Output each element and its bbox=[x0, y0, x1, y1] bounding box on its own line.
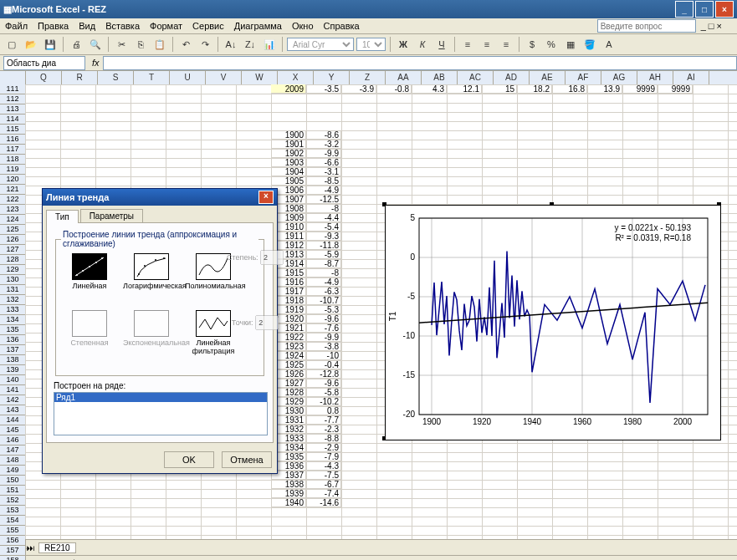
cell[interactable]: -10.7 bbox=[306, 296, 341, 305]
cut-icon[interactable]: ✂ bbox=[113, 36, 130, 53]
undo-icon[interactable]: ↶ bbox=[177, 36, 194, 53]
row-header[interactable]: 146 bbox=[0, 435, 26, 445]
row-header[interactable]: 112 bbox=[0, 94, 26, 104]
row-header[interactable]: 141 bbox=[0, 385, 26, 395]
currency-icon[interactable]: $ bbox=[524, 36, 540, 53]
row-header[interactable]: 129 bbox=[0, 265, 26, 275]
col-header[interactable]: Y bbox=[314, 71, 350, 84]
row-header[interactable]: 118 bbox=[0, 155, 26, 165]
menu-edit[interactable]: Правка bbox=[38, 21, 69, 31]
cell[interactable]: 1938 bbox=[271, 480, 306, 489]
cell[interactable]: -8.5 bbox=[306, 176, 341, 186]
cell[interactable]: 16.8 bbox=[552, 84, 587, 94]
row-header[interactable]: 153 bbox=[0, 506, 26, 516]
name-box[interactable] bbox=[3, 56, 85, 70]
cell[interactable]: -9.6 bbox=[306, 314, 341, 323]
cell[interactable]: 13.9 bbox=[587, 84, 622, 94]
cell[interactable]: -5.8 bbox=[306, 388, 341, 397]
col-header[interactable]: AG bbox=[601, 71, 637, 84]
col-header[interactable]: AA bbox=[386, 71, 422, 84]
paste-icon[interactable]: 📋 bbox=[151, 36, 168, 53]
col-header[interactable]: V bbox=[206, 71, 242, 84]
align-left-icon[interactable]: ≡ bbox=[459, 36, 476, 53]
row-header[interactable]: 124 bbox=[0, 215, 26, 225]
dialog-close-button[interactable]: × bbox=[258, 191, 274, 204]
row-header[interactable]: 152 bbox=[0, 496, 26, 506]
percent-icon[interactable]: % bbox=[543, 36, 560, 53]
cell[interactable]: 2009 bbox=[271, 84, 306, 94]
col-header[interactable]: U bbox=[170, 71, 206, 84]
redo-icon[interactable]: ↷ bbox=[197, 36, 213, 53]
maximize-button[interactable]: □ bbox=[695, 1, 714, 18]
sort-desc-icon[interactable]: Z↓ bbox=[242, 36, 258, 53]
series-item[interactable]: Ряд1 bbox=[54, 393, 267, 402]
sheet-tab[interactable]: RE210 bbox=[38, 542, 76, 553]
cell[interactable]: 1904 bbox=[271, 167, 306, 176]
col-header[interactable]: AH bbox=[637, 71, 673, 84]
cell[interactable]: -7.4 bbox=[306, 489, 341, 498]
cell[interactable]: -3.2 bbox=[306, 140, 341, 149]
row-header[interactable]: 115 bbox=[0, 125, 26, 135]
row-header[interactable]: 157 bbox=[0, 546, 26, 556]
row-header[interactable]: 138 bbox=[0, 355, 26, 365]
col-header[interactable]: R bbox=[62, 71, 98, 84]
font-color-icon[interactable]: A bbox=[601, 36, 617, 53]
cell[interactable]: -10.2 bbox=[306, 397, 341, 406]
cell[interactable]: 18.2 bbox=[517, 84, 552, 94]
italic-icon[interactable]: К bbox=[414, 36, 431, 53]
formula-input[interactable] bbox=[103, 56, 737, 70]
col-header[interactable]: AB bbox=[422, 71, 458, 84]
align-center-icon[interactable]: ≡ bbox=[479, 36, 495, 53]
cell[interactable]: 0.8 bbox=[306, 406, 341, 415]
trend-log[interactable]: Логарифмическая bbox=[123, 253, 180, 305]
cell[interactable]: -11.8 bbox=[306, 241, 341, 250]
row-header[interactable]: 128 bbox=[0, 255, 26, 265]
cell[interactable]: -6.6 bbox=[306, 158, 341, 167]
row-header[interactable]: 122 bbox=[0, 195, 26, 205]
copy-icon[interactable]: ⎘ bbox=[132, 36, 149, 53]
cell[interactable]: -7.6 bbox=[306, 323, 341, 333]
close-button[interactable]: × bbox=[715, 1, 734, 18]
cell[interactable]: 15 bbox=[482, 84, 517, 94]
cell[interactable]: 4.3 bbox=[412, 84, 447, 94]
select-all[interactable] bbox=[0, 71, 26, 84]
col-header[interactable]: AC bbox=[458, 71, 494, 84]
col-header[interactable]: T bbox=[134, 71, 170, 84]
cell[interactable]: -9.9 bbox=[306, 333, 341, 342]
menu-window[interactable]: Окно bbox=[292, 21, 314, 31]
cell[interactable]: -5.3 bbox=[306, 305, 341, 314]
cell[interactable]: -2.9 bbox=[306, 443, 341, 452]
fill-color-icon[interactable]: 🪣 bbox=[581, 36, 598, 53]
row-header[interactable]: 132 bbox=[0, 295, 26, 305]
row-header[interactable]: 158 bbox=[0, 556, 26, 560]
row-header[interactable]: 156 bbox=[0, 536, 26, 546]
row-header[interactable]: 119 bbox=[0, 165, 26, 175]
tab-type[interactable]: Тип bbox=[46, 210, 79, 223]
bold-icon[interactable]: Ж bbox=[395, 36, 412, 53]
cell[interactable]: 1940 bbox=[271, 498, 306, 507]
minimize-button[interactable]: _ bbox=[675, 1, 693, 18]
row-header[interactable]: 116 bbox=[0, 135, 26, 145]
row-header[interactable]: 143 bbox=[0, 405, 26, 415]
size-select[interactable]: 10 bbox=[356, 38, 386, 51]
row-header[interactable]: 111 bbox=[0, 84, 26, 94]
cell[interactable]: -12.5 bbox=[306, 195, 341, 204]
dialog-title-bar[interactable]: Линия тренда × bbox=[43, 189, 277, 206]
cell[interactable]: 1902 bbox=[271, 149, 306, 158]
tab-nav-last[interactable]: ⏭ bbox=[27, 543, 35, 552]
preview-icon[interactable]: 🔍 bbox=[87, 36, 104, 53]
cell[interactable]: -6.7 bbox=[306, 480, 341, 489]
col-header[interactable]: Z bbox=[350, 71, 386, 84]
cell[interactable]: 1900 bbox=[271, 130, 306, 140]
cell[interactable]: -8 bbox=[306, 268, 341, 277]
cell[interactable]: -4.4 bbox=[306, 213, 341, 222]
cell[interactable]: -4.3 bbox=[306, 461, 341, 471]
cell[interactable]: 12.1 bbox=[447, 84, 482, 94]
col-header[interactable]: AF bbox=[566, 71, 601, 84]
row-header[interactable]: 134 bbox=[0, 315, 26, 325]
trend-moving[interactable]: Линейная фильтрация Точки: bbox=[185, 310, 242, 370]
borders-icon[interactable]: ▦ bbox=[562, 36, 579, 53]
row-header[interactable]: 121 bbox=[0, 185, 26, 195]
tab-params[interactable]: Параметры bbox=[80, 209, 143, 222]
ok-button[interactable]: OK bbox=[164, 451, 214, 468]
